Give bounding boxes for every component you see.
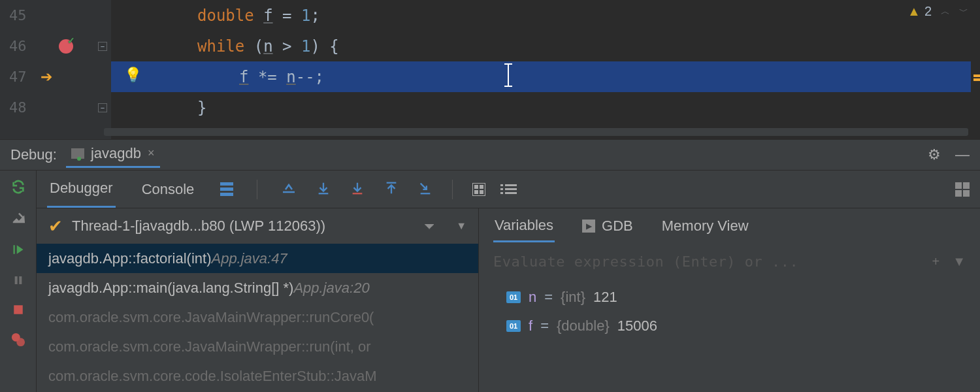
gutter-row[interactable]: 47➔ xyxy=(0,61,111,92)
svg-point-5 xyxy=(16,338,25,346)
variable-row[interactable]: 01n = {int} 121 xyxy=(493,283,966,312)
filter-frames-icon[interactable]: ⏷ xyxy=(423,219,436,234)
tab-debugger[interactable]: Debugger xyxy=(47,171,116,208)
layout-settings-icon[interactable] xyxy=(955,182,970,197)
gdb-play-icon: ▶ xyxy=(582,220,595,233)
horizontal-scrollbar[interactable] xyxy=(104,128,968,136)
stack-frame[interactable]: com.oracle.svm.core.JavaMainWrapper::run… xyxy=(37,302,478,332)
debug-content: ✔ Thread-1-[javagdb...b80 (LWP 112063)) … xyxy=(37,208,980,392)
tab-console[interactable]: Console xyxy=(139,172,197,207)
evaluate-row: Evaluate expression (Enter) or ... + ▼ xyxy=(479,244,980,279)
editor-gutter: 4546−47➔48− xyxy=(0,0,111,139)
add-watch-icon[interactable]: + xyxy=(932,254,940,269)
stack-frame[interactable]: com.oracle.svm.core.code.IsolateEnterStu… xyxy=(37,361,478,391)
step-out-icon[interactable] xyxy=(384,181,399,198)
step-into-icon[interactable] xyxy=(350,181,365,198)
variable-row[interactable]: 01f = {double} 15006 xyxy=(493,312,966,340)
threads-view-icon[interactable] xyxy=(220,182,233,196)
variable-type: {double} xyxy=(557,318,610,335)
show-execution-point-icon[interactable] xyxy=(281,182,297,197)
pause-button[interactable] xyxy=(0,274,36,287)
code-line[interactable]: double f = 1; xyxy=(111,0,980,31)
thread-name: Thread-1-[javagdb...b80 (LWP 112063)) xyxy=(72,218,325,235)
debug-toolbar: Debugger Console xyxy=(37,171,980,208)
warning-badge[interactable]: ▲ 2 xyxy=(907,4,932,19)
gutter-row[interactable]: 46− xyxy=(0,31,111,61)
tab-gdb[interactable]: ▶ GDB xyxy=(581,211,634,241)
stack-frame[interactable]: javagdb.App::main(java.lang.String[] *) … xyxy=(37,273,478,302)
chip-icon xyxy=(71,148,84,159)
stop-button[interactable] xyxy=(0,304,36,316)
close-tab-icon[interactable]: × xyxy=(148,146,155,160)
frame-location: App.java:47 xyxy=(211,250,287,267)
tab-memory-view[interactable]: Memory View xyxy=(661,211,750,241)
run-config-tab[interactable]: javagdb × xyxy=(66,142,160,168)
fold-handle-icon[interactable]: − xyxy=(98,103,107,112)
editor-area: 4546−47➔48− double f = 1;while (n > 1) {… xyxy=(0,0,980,139)
step-over-icon[interactable] xyxy=(316,181,331,198)
prev-highlight-icon[interactable]: ︿ xyxy=(941,6,950,18)
run-config-name: javagdb xyxy=(91,145,141,162)
rerun-button[interactable] xyxy=(0,180,36,194)
gear-icon[interactable]: ⚙ xyxy=(928,146,941,163)
svg-rect-1 xyxy=(14,276,17,284)
editor-status: ▲ 2 ︿ ﹀ xyxy=(907,4,968,19)
variables-list[interactable]: 01n = {int} 12101f = {double} 15006 xyxy=(479,279,980,392)
tab-variables[interactable]: Variables xyxy=(493,210,555,242)
frames-pane: ✔ Thread-1-[javagdb...b80 (LWP 112063)) … xyxy=(37,208,479,392)
stack-frame[interactable]: javagdb.App::factorial(int) App.java:47 xyxy=(37,244,478,273)
variable-value: 15006 xyxy=(617,318,657,335)
thread-selector[interactable]: ✔ Thread-1-[javagdb...b80 (LWP 112063)) … xyxy=(37,208,478,244)
variable-name: n xyxy=(529,289,536,306)
editor-minimap[interactable] xyxy=(971,0,980,139)
line-number: 45 xyxy=(0,7,31,24)
debug-main: Debugger Console xyxy=(37,171,980,392)
debug-panel: Debug: javagdb × ⚙ — xyxy=(0,139,980,392)
warning-icon: ▲ xyxy=(907,4,921,19)
line-number: 48 xyxy=(0,99,31,116)
line-number: 46 xyxy=(0,38,31,54)
debug-panel-header: Debug: javagdb × ⚙ — xyxy=(0,139,980,171)
variable-value: 121 xyxy=(593,289,617,306)
code-line[interactable]: while (n > 1) { xyxy=(111,31,980,61)
evaluate-dropdown-icon[interactable]: ▼ xyxy=(953,254,966,269)
variables-pane: Variables ▶ GDB Memory View Evaluate exp… xyxy=(479,208,980,392)
view-breakpoints-button[interactable] xyxy=(0,333,36,347)
code-area[interactable]: double f = 1;while (n > 1) {💡f *= n--;} xyxy=(111,0,980,139)
evaluate-expression-icon[interactable] xyxy=(472,183,485,196)
panel-title: Debug: xyxy=(10,146,57,163)
modify-run-config-button[interactable] xyxy=(0,211,36,225)
warning-count: 2 xyxy=(924,4,932,19)
evaluate-expression-input[interactable]: Evaluate expression (Enter) or ... xyxy=(493,253,932,270)
variable-name: f xyxy=(529,318,532,335)
gutter-row[interactable]: 45 xyxy=(0,0,111,31)
svg-rect-0 xyxy=(13,245,14,254)
frame-location: App.java:20 xyxy=(293,280,369,297)
gutter-row[interactable]: 48− xyxy=(0,92,111,123)
variables-tabs: Variables ▶ GDB Memory View xyxy=(479,208,980,244)
execution-pointer-icon: ➔ xyxy=(41,69,52,86)
trace-frames-icon[interactable] xyxy=(505,184,517,194)
svg-rect-2 xyxy=(19,276,22,284)
fold-handle-icon[interactable]: − xyxy=(98,42,107,51)
variable-type: {int} xyxy=(561,289,585,306)
step-toolbar xyxy=(281,180,517,199)
minimize-icon[interactable]: — xyxy=(955,146,970,163)
thread-dropdown-icon[interactable]: ▼ xyxy=(456,220,466,232)
run-rail xyxy=(0,171,37,392)
intention-bulb-icon[interactable]: 💡 xyxy=(124,67,142,83)
code-line[interactable]: 💡f *= n--; xyxy=(111,61,980,92)
run-to-cursor-icon[interactable] xyxy=(418,181,433,198)
next-highlight-icon[interactable]: ﹀ xyxy=(959,6,968,18)
svg-rect-3 xyxy=(14,305,23,314)
stack-frame[interactable]: com.oracle.svm.core.JavaMainWrapper::run… xyxy=(37,332,478,361)
text-cursor-icon xyxy=(504,63,512,87)
primitive-badge-icon: 01 xyxy=(506,320,521,332)
breakpoint-icon[interactable] xyxy=(59,39,73,54)
thread-check-icon: ✔ xyxy=(48,216,63,237)
resume-button[interactable] xyxy=(0,242,36,257)
code-line[interactable]: } xyxy=(111,92,980,123)
line-number: 47 xyxy=(0,69,31,85)
debug-panel-body: Debugger Console xyxy=(0,171,980,392)
frame-list[interactable]: javagdb.App::factorial(int) App.java:47j… xyxy=(37,244,478,392)
